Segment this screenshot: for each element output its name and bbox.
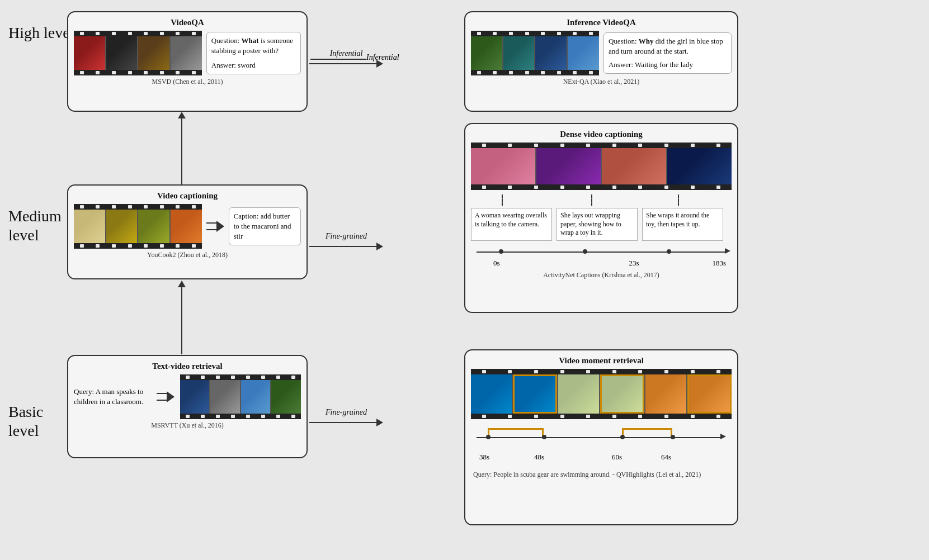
moment-time-4: 64s <box>661 453 671 462</box>
videoqa-text: Question: What is someone stabbing a pos… <box>206 32 301 75</box>
dense-caption-2: She lays out wrapping paper, showing how… <box>557 208 638 241</box>
text-video-retrieval-box: Text-video retrieval Query: A man speaks… <box>67 355 308 458</box>
dense-time-2: 23s <box>629 259 639 268</box>
up-arrow-medium-high <box>178 112 186 186</box>
text-video-dataset: MSRVTT (Xu et al., 2016) <box>74 421 301 430</box>
hollow-arrow-retrieval <box>157 391 175 402</box>
hollow-arrow-caption <box>206 221 224 232</box>
basic-level-label: Basiclevel <box>8 402 43 440</box>
moment-time-1: 38s <box>479 453 489 462</box>
medium-level-label: Mediumlevel <box>8 207 62 244</box>
inference-videoqa-title: Inference VideoQA <box>471 18 732 27</box>
dense-captioning-dataset: ActivityNet Captions (Krishna et al., 20… <box>471 271 732 279</box>
videoqa-box: VideoQA Question: What is someone <box>67 11 308 112</box>
inference-videoqa-dataset: NExt-QA (Xiao et al., 2021) <box>471 78 732 86</box>
text-video-query: Query: A man speaks to children in a cla… <box>74 387 151 407</box>
inferential-arrow-group: Inferential <box>309 49 383 68</box>
dense-captioning-title: Dense video captioning <box>471 130 732 139</box>
video-captioning-dataset: YouCook2 (Zhou et al., 2018) <box>74 251 301 259</box>
videoqa-dataset: MSVD (Chen et al., 2011) <box>74 78 301 86</box>
video-captioning-caption: Caption: add butter to the macaroni and … <box>229 207 301 246</box>
inference-videoqa-text: Question: Why did the girl in blue stop … <box>603 32 732 74</box>
dense-caption-1: A woman wearing overalls is talking to t… <box>471 208 552 241</box>
dense-captioning-box: Dense video captioning A woman wearin <box>464 123 738 313</box>
moment-retrieval-title: Video moment retrieval <box>471 356 732 366</box>
up-arrow-basic-medium <box>178 281 186 354</box>
fine-grained-medium-group: Fine-grained <box>309 232 383 250</box>
text-video-retrieval-title: Text-video retrieval <box>74 362 301 371</box>
moment-time-2: 48s <box>534 453 544 462</box>
dense-caption-3: She wraps it around the toy, then tapes … <box>642 208 723 241</box>
moment-time-3: 60s <box>612 453 622 462</box>
dense-time-3: 183s <box>712 259 726 268</box>
page-container: High level Mediumlevel Basiclevel VideoQ… <box>0 0 929 560</box>
video-captioning-title: Video captioning <box>74 191 301 201</box>
dense-time-1: 0s <box>493 259 500 268</box>
videoqa-title: VideoQA <box>74 18 301 27</box>
high-level-label: High level <box>8 23 74 42</box>
fine-grained-basic-group: Fine-grained <box>309 408 383 426</box>
inference-videoqa-box: Inference VideoQA Question: Why did the … <box>464 11 738 112</box>
video-captioning-box: Video captioning <box>67 184 308 279</box>
moment-retrieval-query: Query: People in scuba gear are swimming… <box>471 471 732 479</box>
moment-retrieval-box: Video moment retrieval <box>464 349 738 525</box>
